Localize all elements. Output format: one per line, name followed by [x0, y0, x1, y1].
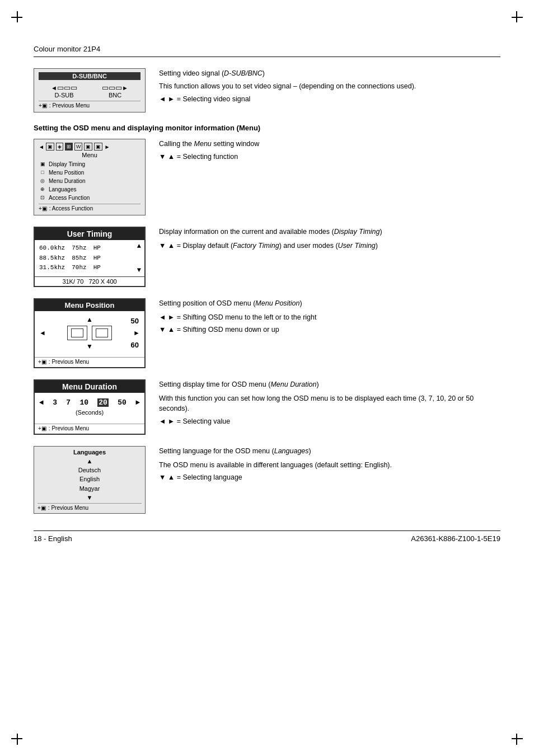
user-timing-desc-arrow: ▼ ▲ = Display default (Factory Timing) a…	[159, 241, 500, 251]
lang-prev: +▣ : Previous Menu	[38, 503, 142, 511]
languages-row: Languages ▲ Deutsch English Magyar ▼ +▣ …	[34, 446, 500, 514]
dsub-right-label: BNC	[102, 92, 128, 98]
md-desc-arrow: ◄ ► = Selecting value	[159, 416, 500, 427]
mp-up-arrow: ▲	[39, 316, 140, 323]
dsub-left-arrow: ◄▭▭▭	[51, 83, 77, 92]
dsub-prev-menu: +▣ : Previous Menu	[39, 101, 140, 109]
md-prev-icon: +▣	[38, 425, 46, 431]
menu-duration-screen: Menu Duration ◄ 3 7 10 20 50 ► (Seconds)…	[34, 379, 146, 435]
ut-title: User Timing	[35, 228, 144, 240]
menu-item-languages: ⊕ Languages	[39, 185, 140, 193]
menu-item-access: ⊡ Access Function	[39, 194, 140, 201]
mp-monitor-inner-left	[71, 328, 83, 337]
mp-desc-arrow2: ▼ ▲ = Shifting OSD menu down or up	[159, 325, 500, 335]
ut-body: ▲ 60.0khz 75hz HP 88.5khz 85hz HP 31.5kh…	[35, 240, 144, 276]
icon-last: ▣	[94, 143, 102, 151]
menu-prev: +▣ : Access Function	[39, 204, 140, 212]
ut-row-2: 88.5khz 85hz HP	[39, 253, 140, 264]
dsub-description: Setting video signal (D-SUB/BNC) This fu…	[159, 68, 500, 104]
mp-monitor-left	[67, 326, 87, 340]
icon-display: ▣	[46, 143, 54, 151]
icon-w: W	[74, 143, 83, 151]
dsub-screen: D-SUB/BNC ◄▭▭▭ D-SUB ▭▭▭► BNC +▣ : Previ…	[34, 68, 146, 112]
md-arrow-left: ◄	[39, 398, 44, 407]
icon-lock: ▣	[84, 143, 92, 151]
dsub-desc-heading: Setting video signal (D-SUB/BNC)	[159, 68, 500, 79]
menu-label: Menu	[39, 152, 140, 158]
menu-item-position: □ Menu Position	[39, 168, 140, 176]
md-desc-line1: Setting display time for OSD menu (Menu …	[159, 379, 500, 390]
ut-row-1: 60.0khz 75hz HP	[39, 243, 140, 253]
mp-monitor-inner-right	[96, 328, 108, 337]
lang-down-arrow: ▼	[38, 494, 142, 501]
md-val-3: 3	[53, 398, 57, 407]
menu-duration-screen-box: Menu Duration ◄ 3 7 10 20 50 ► (Seconds)…	[34, 379, 146, 435]
lang-item-deutsch: Deutsch	[38, 466, 142, 475]
footer-right: A26361-K886-Z100-1-5E19	[411, 534, 500, 543]
footer-left: 18 - English	[34, 534, 72, 543]
page-title: Colour monitor 21P4	[34, 45, 100, 53]
dsub-screen-box: D-SUB/BNC ◄▭▭▭ D-SUB ▭▭▭► BNC +▣ : Previ…	[34, 68, 146, 112]
md-val-20-selected: 20	[97, 398, 109, 407]
icon-menu-dur: ◎	[39, 177, 46, 185]
menu-duration-desc: Setting display time for OSD menu (Menu …	[159, 379, 500, 427]
menu-main-desc-line1: Calling the Menu setting window	[159, 139, 500, 149]
dsub-prev-icon: +▣	[39, 102, 47, 109]
languages-desc: Setting language for the OSD menu (Langu…	[159, 446, 500, 483]
menu-prev-icon: +▣	[39, 205, 47, 212]
lang-desc-line1: Setting language for the OSD menu (Langu…	[159, 446, 500, 457]
menu-position-row: Menu Position ▲ ◄ ►	[34, 298, 500, 368]
ut-up-arrow: ▲	[137, 242, 141, 250]
dsub-left-label: D-SUB	[51, 92, 77, 98]
arrow-left: ◄	[39, 144, 44, 150]
md-seconds: (Seconds)	[39, 409, 140, 416]
ut-down-arrow: ▼	[137, 266, 141, 274]
menu-main-desc: Calling the Menu setting window ▼ ▲ = Se…	[159, 139, 500, 162]
user-timing-desc: Display information on the current and a…	[159, 227, 500, 251]
mp-monitor-right	[92, 326, 112, 340]
icon-display-timing: ▣	[39, 160, 46, 168]
user-timing-screen: User Timing ▲ 60.0khz 75hz HP 88.5khz 85…	[34, 227, 146, 287]
menu-section-heading: Setting the OSD menu and displaying moni…	[34, 124, 500, 132]
menu-main-screen-box: ◄ ▣ ◈ ⊞ W ▣ ▣ ► Menu ▣ Display Timing □ …	[34, 139, 146, 215]
lang-desc-arrow: ▼ ▲ = Selecting language	[159, 472, 500, 483]
md-desc-text: With this function you can set how long …	[159, 393, 500, 415]
mp-val-bottom: 60	[131, 341, 139, 349]
md-val-50: 50	[118, 398, 127, 407]
dsub-desc-text: This function allows you to set video si…	[159, 81, 500, 92]
icon-menu-pos: □	[39, 168, 46, 176]
lang-title: Languages	[38, 449, 142, 456]
icon-menu-selected: ⊞	[65, 143, 73, 151]
dsub-section: D-SUB/BNC ◄▭▭▭ D-SUB ▭▭▭► BNC +▣ : Previ…	[34, 68, 500, 112]
dsub-items-row: ◄▭▭▭ D-SUB ▭▭▭► BNC	[39, 83, 140, 98]
md-body: ◄ 3 7 10 20 50 ► (Seconds)	[35, 393, 144, 421]
md-values-row: ◄ 3 7 10 20 50 ►	[39, 398, 140, 407]
mp-prev-icon: +▣	[38, 359, 46, 365]
lang-up-arrow: ▲	[38, 458, 142, 464]
lang-list: Deutsch English Magyar	[38, 464, 142, 495]
lang-prev-icon: +▣	[38, 505, 46, 511]
menu-position-desc: Setting position of OSD menu (Menu Posit…	[159, 298, 500, 335]
icon-geo: ◈	[56, 143, 63, 151]
menu-duration-row: Menu Duration ◄ 3 7 10 20 50 ► (Seconds)…	[34, 379, 500, 435]
dsub-desc-arrow: ◄ ► = Selecting video signal	[159, 94, 500, 105]
md-arrow-right: ►	[135, 398, 140, 407]
icon-access: ⊡	[39, 194, 46, 201]
menu-position-screen-box: Menu Position ▲ ◄ ►	[34, 298, 146, 368]
page-header: Colour monitor 21P4	[34, 45, 500, 57]
dsub-right-arrow: ▭▭▭►	[102, 83, 128, 92]
user-timing-row: User Timing ▲ 60.0khz 75hz HP 88.5khz 85…	[34, 227, 500, 287]
mp-desc-line1: Setting position of OSD menu (Menu Posit…	[159, 298, 500, 309]
dsub-title: D-SUB/BNC	[39, 72, 140, 80]
menu-main-row: ◄ ▣ ◈ ⊞ W ▣ ▣ ► Menu ▣ Display Timing □ …	[34, 139, 500, 215]
mp-title: Menu Position	[35, 299, 144, 311]
mp-right-arrow: ►	[133, 329, 140, 337]
menu-position-screen: Menu Position ▲ ◄ ►	[34, 298, 146, 368]
menu-item-display: ▣ Display Timing	[39, 160, 140, 168]
menu-item-duration: ◎ Menu Duration	[39, 177, 140, 185]
md-val-10: 10	[79, 398, 88, 407]
user-timing-screen-box: User Timing ▲ 60.0khz 75hz HP 88.5khz 85…	[34, 227, 146, 287]
languages-screen: Languages ▲ Deutsch English Magyar ▼ +▣ …	[34, 446, 146, 514]
mp-desc-arrow1: ◄ ► = Shifting OSD menu to the left or t…	[159, 312, 500, 323]
menu-main-screen: ◄ ▣ ◈ ⊞ W ▣ ▣ ► Menu ▣ Display Timing □ …	[34, 139, 146, 215]
